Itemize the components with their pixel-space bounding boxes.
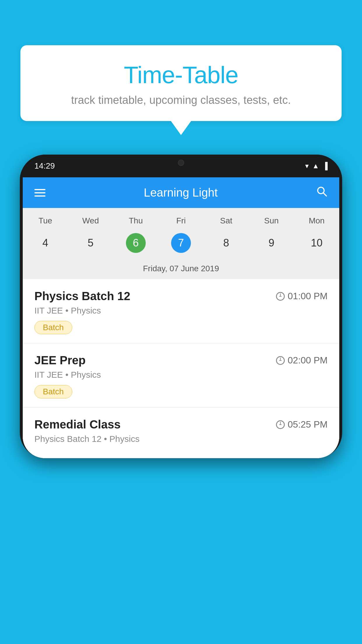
item-time-2: 02:00 PM (276, 355, 328, 366)
app-title: Learning Light (144, 186, 218, 199)
phone: 14:29 ▾ ▲ ▐ Learning Light (20, 155, 342, 458)
day-sun: Sun (249, 214, 294, 228)
status-time: 14:29 (34, 161, 55, 171)
date-10[interactable]: 10 (294, 231, 339, 255)
status-icons: ▾ ▲ ▐ (305, 162, 328, 170)
clock-icon-3 (276, 420, 285, 429)
speech-bubble: Time-Table track timetable, upcoming cla… (20, 45, 342, 121)
search-button[interactable] (316, 186, 328, 200)
phone-container: 14:29 ▾ ▲ ▐ Learning Light (20, 155, 342, 458)
item-subtitle-3: Physics Batch 12 • Physics (34, 434, 328, 444)
day-mon: Mon (294, 214, 339, 228)
days-header: Tue Wed Thu Fri Sat Sun Mon (23, 208, 339, 231)
date-8[interactable]: 8 (204, 231, 249, 255)
item-time-text-3: 05:25 PM (288, 419, 328, 430)
date-9[interactable]: 9 (249, 231, 294, 255)
item-time-3: 05:25 PM (276, 419, 328, 430)
selected-date-label: Friday, 07 June 2019 (23, 261, 339, 279)
item-title-1: Physics Batch 12 (34, 290, 130, 303)
item-time-1: 01:00 PM (276, 291, 328, 302)
battery-icon: ▐ (323, 162, 328, 170)
day-wed: Wed (68, 214, 113, 228)
schedule-item-3[interactable]: Remedial Class 05:25 PM Physics Batch 12… (23, 407, 339, 458)
schedule-item-2[interactable]: JEE Prep 02:00 PM IIT JEE • Physics Batc… (23, 343, 339, 407)
day-tue: Tue (23, 214, 68, 228)
wifi-icon: ▾ (305, 162, 309, 170)
date-6-today[interactable]: 6 (113, 231, 158, 255)
phone-screen: Learning Light Tue Wed Thu Fri Sat Sun (23, 177, 339, 458)
day-sat: Sat (204, 214, 249, 228)
signal-icon: ▲ (312, 162, 319, 170)
clock-icon-2 (276, 356, 285, 365)
bubble-subtitle: track timetable, upcoming classes, tests… (38, 94, 324, 106)
batch-tag-1: Batch (34, 321, 72, 334)
speech-bubble-container: Time-Table track timetable, upcoming cla… (20, 45, 342, 121)
item-time-text-2: 02:00 PM (288, 355, 328, 366)
bubble-title: Time-Table (38, 61, 324, 89)
phone-notch (152, 155, 210, 171)
item-time-text-1: 01:00 PM (288, 291, 328, 302)
day-thu: Thu (113, 214, 158, 228)
date-7-selected[interactable]: 7 (158, 231, 203, 255)
camera (178, 160, 184, 166)
item-title-3: Remedial Class (34, 418, 121, 431)
schedule-list: Physics Batch 12 01:00 PM IIT JEE • Phys… (23, 279, 339, 458)
item-subtitle-1: IIT JEE • Physics (34, 306, 328, 316)
item-title-2: JEE Prep (34, 354, 86, 367)
dates-row: 4 5 6 7 8 9 (23, 231, 339, 261)
date-5[interactable]: 5 (68, 231, 113, 255)
date-4[interactable]: 4 (23, 231, 68, 255)
app-bar: Learning Light (23, 177, 339, 208)
calendar: Tue Wed Thu Fri Sat Sun Mon 4 5 (23, 208, 339, 279)
svg-line-1 (324, 193, 326, 196)
day-fri: Fri (158, 214, 203, 228)
menu-button[interactable] (34, 189, 45, 197)
status-bar: 14:29 ▾ ▲ ▐ (20, 155, 342, 177)
batch-tag-2: Batch (34, 385, 72, 398)
schedule-item-1[interactable]: Physics Batch 12 01:00 PM IIT JEE • Phys… (23, 279, 339, 343)
clock-icon-1 (276, 292, 285, 301)
item-subtitle-2: IIT JEE • Physics (34, 370, 328, 380)
svg-point-0 (318, 187, 324, 194)
